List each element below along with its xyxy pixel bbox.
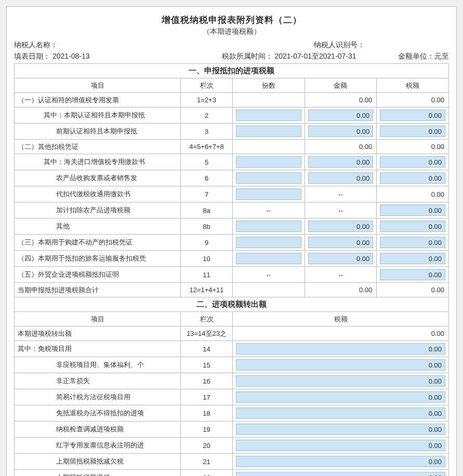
s1-tax-8a-input[interactable] (380, 205, 445, 216)
s1-amount-8a-cell: -- (305, 202, 377, 219)
s1-item-8b: 其他 (15, 219, 181, 235)
s2-tax-15-cell (233, 357, 449, 373)
s1-item-10: （四）本期用于抵扣的旅客运输服务扣税凭 (15, 251, 181, 267)
header-item: 项目 (15, 78, 181, 93)
s1-lc-12=1+4+11: 12=1+4+11 (181, 283, 233, 297)
header-tax: 税额 (377, 78, 449, 93)
s1-copies-2-cell (233, 107, 305, 124)
s1-row-11: （五）外贸企业进项税额抵扣证明11---- (15, 267, 449, 283)
s2-tax-20-input[interactable] (236, 440, 445, 451)
s2-row-18: 免抵退税办法不得抵扣的进项18 (15, 405, 449, 421)
s1-row-9: （三）本期用于购建不动产的扣税凭证9 (15, 235, 449, 251)
period-value: 2021-07-01至2021-07-31 (274, 52, 356, 60)
s1-tax-10-input[interactable] (380, 253, 445, 264)
s1-lc-8a: 8a (181, 202, 233, 219)
s1-copies-2-input[interactable] (236, 110, 301, 121)
period-label: 税款所属时间： (222, 52, 273, 60)
s1-amount-9-cell (305, 235, 377, 251)
s1-item-4=5+6+7+8: （二）其他扣税凭证 (15, 140, 181, 154)
s1-lc-7: 7 (181, 186, 233, 202)
s1-tax-4=5+6+7+8-cell: 0.00 (377, 140, 449, 154)
fill-date-value: 2021-08-13 (52, 52, 90, 60)
s1-tax-5-input[interactable] (380, 156, 445, 168)
s1-tax-9-input[interactable] (380, 237, 445, 248)
s2-tax-21-cell (233, 454, 449, 470)
s1-copies-8a-cell: -- (233, 202, 305, 219)
s1-copies-6-input[interactable] (236, 172, 301, 184)
meta-row-2: 填表日期： 2021-08-13 税款所属时间： 2021-07-01至2021… (14, 52, 449, 61)
s1-tax-3-input[interactable] (380, 126, 445, 137)
s1-tax-2-cell (377, 107, 449, 124)
s1-tax-11-input[interactable] (380, 269, 445, 280)
s1-tax-2-input[interactable] (380, 110, 445, 121)
s1-item-11: （五）外贸企业进项税额抵扣证明 (15, 267, 181, 283)
s1-copies-9-input[interactable] (236, 237, 301, 248)
s1-amount-7-cell: -- (305, 186, 377, 202)
s1-copies-7-cell (233, 186, 305, 202)
s1-amount-5-input[interactable] (308, 156, 374, 168)
s2-lc-21: 21 (181, 454, 233, 470)
s1-amount-9-input[interactable] (308, 237, 374, 248)
s1-amount-10-input[interactable] (308, 253, 374, 264)
s2-row-20: 红字专用发票信息表注明的进20 (15, 438, 449, 454)
s1-lc-1=2+3: 1=2+3 (181, 93, 233, 107)
s2-tax-17-input[interactable] (236, 391, 445, 403)
s2-lc-18: 18 (181, 405, 233, 421)
s1-tax-6-cell (377, 170, 449, 186)
s1-copies-4=5+6+7+8-cell (233, 140, 305, 154)
s1-item-1=2+3: （一）认证相符的增值税专用发票 (15, 93, 181, 107)
s2-tax-15-input[interactable] (236, 359, 445, 371)
s1-tax-5-cell (377, 154, 449, 170)
s1-tax-6-input[interactable] (380, 172, 445, 184)
s2-tax-22-input[interactable] (236, 472, 445, 476)
s1-copies-10-cell (233, 251, 305, 267)
s1-amount-2-cell (305, 107, 377, 124)
s2-lc-13=14至23之: 13=14至23之 (181, 327, 233, 341)
s1-lc-10: 10 (181, 251, 233, 267)
s1-amount-8b-input[interactable] (308, 221, 374, 232)
s1-row-10: （四）本期用于抵扣的旅客运输服务扣税凭10 (15, 251, 449, 267)
fill-date-label: 填表日期： (14, 52, 50, 60)
s1-tax-8a-cell (377, 202, 449, 219)
s1-row-7: 代扣代缴税收通用缴款书7--0.00 (15, 186, 449, 202)
s2-lc-19: 19 (181, 421, 233, 438)
s2-header-tax: 税额 (233, 312, 449, 327)
s2-row-22: 上期留抵税额退税22 (15, 470, 449, 477)
s2-tax-19-input[interactable] (236, 424, 445, 435)
s2-tax-16-input[interactable] (236, 375, 445, 387)
s1-copies-1=2+3-cell (233, 93, 305, 107)
s1-copies-8b-input[interactable] (236, 221, 301, 232)
table-wrap: 一、申报抵扣的进项税额项目栏次份数金额税额（一）认证相符的增值税专用发票1=2+… (14, 63, 449, 476)
s2-tax-18-input[interactable] (236, 407, 445, 419)
s1-amount-2-input[interactable] (308, 110, 374, 121)
header-amount: 金额 (305, 78, 377, 93)
s1-row-12=1+4+11: 当期申报抵扣进项税额合计12=1+4+110.000.00 (15, 283, 449, 297)
s1-item-5: 其中：海关进口增值税专用缴款书 (15, 154, 181, 170)
s2-tax-21-input[interactable] (236, 456, 445, 467)
s1-row-8b: 其他8b (15, 219, 449, 235)
s1-row-3: 前期认证相符且本期申报抵3 (15, 124, 449, 140)
s2-tax-20-cell (233, 438, 449, 454)
s2-row-17: 简易计税方法征税项目用17 (15, 389, 449, 405)
s1-amount-6-input[interactable] (308, 172, 374, 184)
s1-copies-12=1+4+11-cell (233, 283, 305, 297)
s1-lc-9: 9 (181, 235, 233, 251)
s1-copies-8b-cell (233, 219, 305, 235)
s1-lc-2: 2 (181, 107, 233, 124)
s1-copies-5-input[interactable] (236, 156, 301, 168)
s1-copies-10-input[interactable] (236, 253, 301, 264)
s1-copies-7-input[interactable] (236, 188, 301, 200)
s1-amount-5-cell (305, 154, 377, 170)
s1-tax-8b-input[interactable] (380, 221, 445, 232)
s1-item-3: 前期认证相符且本期申报抵 (15, 124, 181, 140)
s2-row-13=14至23之: 本期进项税转出额13=14至23之0.00 (15, 327, 449, 341)
s2-lc-15: 15 (181, 357, 233, 373)
s1-copies-3-input[interactable] (236, 126, 301, 137)
s1-amount-3-input[interactable] (308, 126, 374, 137)
s2-item-13=14至23之: 本期进项税转出额 (15, 327, 181, 341)
s2-tax-14-input[interactable] (236, 343, 445, 355)
s2-row-16: 非正常损失16 (15, 373, 449, 389)
s1-amount-4=5+6+7+8-cell: 0.00 (305, 140, 377, 154)
s2-lc-22: 22 (181, 470, 233, 477)
s1-tax-9-cell (377, 235, 449, 251)
